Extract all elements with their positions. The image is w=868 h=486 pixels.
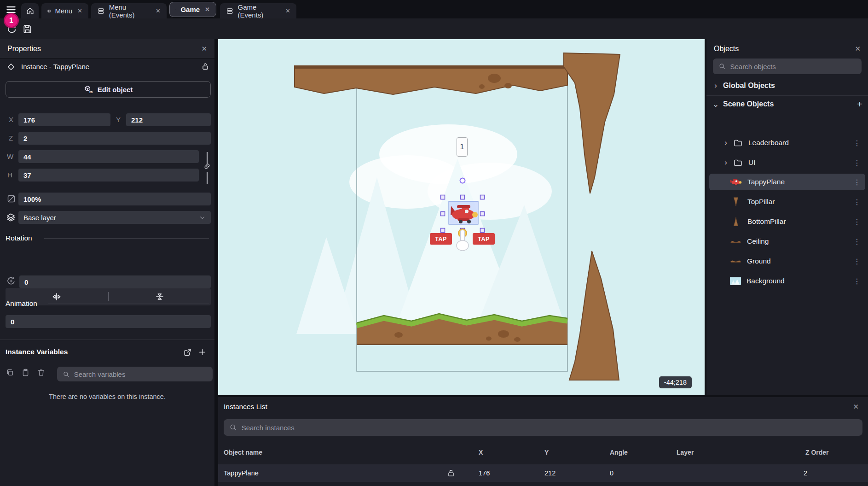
column-object-name[interactable]: Object name bbox=[224, 449, 262, 456]
column-layer[interactable]: Layer bbox=[677, 449, 694, 456]
scene-artwork bbox=[218, 39, 705, 395]
chevron-right-icon: › bbox=[712, 81, 719, 90]
object-item-ceiling[interactable]: Ceiling ⋮ bbox=[709, 233, 865, 250]
panel-divider bbox=[0, 340, 214, 340]
paste-variable-button[interactable] bbox=[21, 368, 30, 377]
column-x[interactable]: X bbox=[479, 449, 483, 456]
add-object-plus-icon[interactable]: + bbox=[857, 99, 862, 110]
events-sheet-icon bbox=[97, 7, 105, 15]
y-label: Y bbox=[116, 113, 121, 126]
w-input[interactable] bbox=[18, 150, 199, 163]
lock-instance-button[interactable] bbox=[201, 62, 210, 71]
close-icon[interactable]: ✕ bbox=[77, 7, 82, 14]
column-y[interactable]: Y bbox=[544, 449, 549, 456]
top-pillar-thumbnail-icon bbox=[731, 197, 741, 207]
opacity-icon bbox=[6, 194, 16, 204]
wh-link-button[interactable] bbox=[203, 162, 211, 170]
instance-y-cell: 212 bbox=[544, 464, 556, 482]
kebab-menu-icon[interactable]: ⋮ bbox=[853, 139, 861, 147]
plane-thumbnail-icon bbox=[729, 177, 742, 187]
tap-left-label: TAP bbox=[430, 233, 452, 245]
copy-variable-button[interactable] bbox=[6, 368, 14, 377]
close-icon[interactable]: ✕ bbox=[285, 7, 290, 14]
y-input[interactable] bbox=[126, 113, 211, 126]
object-label: UI bbox=[748, 158, 756, 167]
instances-search[interactable] bbox=[224, 419, 862, 436]
rotation-input[interactable] bbox=[19, 275, 211, 288]
kebab-menu-icon[interactable]: ⋮ bbox=[853, 237, 861, 246]
objects-search-input[interactable] bbox=[730, 63, 856, 70]
object-item-tappyplane[interactable]: TappyPlane ⋮ bbox=[709, 174, 865, 190]
x-input[interactable] bbox=[18, 113, 110, 126]
external-link-icon bbox=[183, 348, 192, 357]
object-item-toppillar[interactable]: TopPillar ⋮ bbox=[709, 193, 865, 210]
cursor-coordinates-badge: -44;218 bbox=[659, 376, 692, 388]
column-angle[interactable]: Angle bbox=[610, 449, 628, 456]
chevron-down-icon bbox=[199, 214, 206, 221]
open-variables-editor-button[interactable] bbox=[183, 348, 192, 357]
kebab-menu-icon[interactable]: ⋮ bbox=[853, 217, 861, 226]
search-icon bbox=[718, 62, 726, 70]
add-variable-button[interactable] bbox=[198, 348, 207, 357]
variables-search[interactable] bbox=[57, 367, 213, 381]
instances-search-input[interactable] bbox=[242, 424, 857, 432]
opacity-input[interactable] bbox=[18, 193, 211, 205]
kebab-menu-icon[interactable]: ⋮ bbox=[853, 257, 861, 266]
object-2d-icon: 2D bbox=[84, 85, 93, 94]
scene-icon bbox=[47, 7, 51, 15]
section-divider bbox=[48, 304, 209, 304]
properties-title: Properties bbox=[7, 45, 41, 53]
column-z-order[interactable]: Z Order bbox=[805, 449, 829, 456]
kebab-menu-icon[interactable]: ⋮ bbox=[853, 277, 861, 286]
variables-search-input[interactable] bbox=[74, 370, 207, 378]
flip-vertical-button[interactable] bbox=[109, 288, 211, 305]
scene-objects-row[interactable]: ⌄ Scene Objects + bbox=[712, 99, 862, 110]
objects-search[interactable] bbox=[713, 59, 862, 74]
notification-badge[interactable]: 1 bbox=[4, 13, 19, 28]
delete-variable-button[interactable] bbox=[37, 368, 46, 377]
edit-object-button[interactable]: 2D Edit object bbox=[6, 81, 211, 98]
save-button[interactable] bbox=[22, 23, 33, 34]
close-icon[interactable]: ✕ bbox=[156, 7, 161, 14]
tab-game-events[interactable]: Game (Events) ✕ bbox=[220, 3, 296, 18]
object-item-ground[interactable]: Ground ⋮ bbox=[709, 253, 865, 269]
object-item-bottompillar[interactable]: BottomPillar ⋮ bbox=[709, 213, 865, 230]
global-objects-row[interactable]: › Global Objects bbox=[712, 81, 775, 90]
close-icon[interactable]: ✕ bbox=[205, 6, 210, 13]
tap-right-label: TAP bbox=[473, 233, 495, 245]
kebab-menu-icon[interactable]: ⋮ bbox=[853, 198, 861, 206]
scene-canvas[interactable]: 1 TAP TAP -44;218 bbox=[218, 39, 705, 395]
instance-name-cell: TappyPlane bbox=[224, 464, 259, 482]
tab-label: Menu (Events) bbox=[109, 3, 150, 19]
panel-divider bbox=[706, 95, 868, 96]
close-icon[interactable]: ✕ bbox=[201, 45, 207, 53]
z-input[interactable] bbox=[18, 132, 211, 145]
paste-icon bbox=[21, 368, 30, 377]
instance-variables-title: Instance Variables bbox=[6, 348, 68, 356]
h-input[interactable] bbox=[18, 169, 199, 182]
rotation-section-title: Rotation bbox=[6, 234, 32, 242]
kebab-menu-icon[interactable]: ⋮ bbox=[853, 158, 861, 167]
tab-menu[interactable]: Menu ✕ bbox=[41, 3, 88, 18]
close-icon[interactable]: ✕ bbox=[853, 403, 859, 411]
search-icon bbox=[63, 370, 70, 378]
tab-game[interactable]: Game ✕ bbox=[169, 2, 216, 17]
object-folder-leaderboard[interactable]: › Leaderboard ⋮ bbox=[709, 135, 865, 151]
instance-title: Instance - TappyPlane bbox=[21, 63, 89, 70]
close-icon[interactable]: ✕ bbox=[855, 45, 861, 53]
animation-input[interactable] bbox=[6, 315, 211, 328]
instance-table-row[interactable]: TappyPlane 176 212 0 2 bbox=[218, 464, 868, 482]
score-display: 1 bbox=[457, 137, 468, 157]
tab-menu-events[interactable]: Menu (Events) ✕ bbox=[91, 3, 167, 18]
unlock-icon[interactable] bbox=[446, 468, 456, 478]
instance-x-cell: 176 bbox=[479, 464, 490, 482]
bottom-pillar-thumbnail-icon bbox=[731, 217, 741, 227]
layer-select[interactable]: Base layer bbox=[18, 211, 211, 224]
instances-list-title: Instances List bbox=[224, 403, 267, 411]
tab-home[interactable] bbox=[21, 3, 39, 18]
instance-angle-cell: 0 bbox=[610, 464, 613, 482]
object-item-background[interactable]: Background ⋮ bbox=[709, 273, 865, 289]
object-folder-ui[interactable]: › UI ⋮ bbox=[709, 154, 865, 171]
kebab-menu-icon[interactable]: ⋮ bbox=[853, 178, 861, 187]
svg-text:2D: 2D bbox=[89, 91, 93, 94]
